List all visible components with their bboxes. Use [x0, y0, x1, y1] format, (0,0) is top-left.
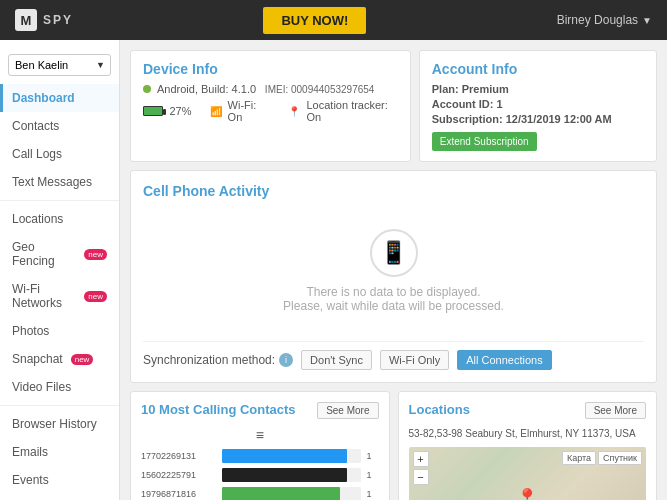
new-badge: new — [71, 354, 94, 365]
header: M SPY BUY NOW! Birney Douglas ▼ — [0, 0, 667, 40]
account-subscription-row: Subscription: 12/31/2019 12:00 AM — [432, 113, 644, 125]
calling-card-header: 10 Most Calling Contacts See More — [141, 402, 379, 419]
sidebar-label: Snapchat — [12, 352, 63, 366]
map-zoom-out-button[interactable]: − — [413, 469, 429, 485]
sidebar-item-wifi-networks[interactable]: Wi-Fi Networks new — [0, 275, 119, 317]
location-address: 53-82,53-98 Seabury St, Elmhurst, NY 113… — [409, 427, 647, 441]
sidebar-item-events[interactable]: Events — [0, 466, 119, 494]
user-menu[interactable]: Birney Douglas ▼ — [557, 13, 652, 27]
buy-now-button[interactable]: BUY NOW! — [263, 7, 366, 34]
sidebar-item-browser-history[interactable]: Browser History — [0, 410, 119, 438]
locations-card: Locations See More 53-82,53-98 Seabury S… — [398, 391, 658, 500]
sidebar-divider — [0, 200, 119, 201]
dont-sync-button[interactable]: Don't Sync — [301, 350, 372, 370]
main-layout: Ben Kaelin ▼ Dashboard Contacts Call Log… — [0, 40, 667, 500]
locations-card-header: Locations See More — [409, 402, 647, 419]
device-info-card: Device Info Android, Build: 4.1.0 IMEI: … — [130, 50, 411, 162]
calling-bar-list: 17702269131 1 15602225791 1 19796871816 … — [141, 449, 379, 500]
new-badge: new — [84, 291, 107, 302]
bottom-cards-row: 10 Most Calling Contacts See More ≡ 1770… — [130, 391, 657, 500]
bar-track — [222, 449, 361, 463]
sidebar-label: Text Messages — [12, 175, 92, 189]
sidebar-item-snapchat[interactable]: Snapchat new — [0, 345, 119, 373]
sidebar-label: Wi-Fi Networks — [12, 282, 76, 310]
sync-row: Synchronization method: i Don't Sync Wi-… — [143, 341, 644, 370]
logo-spy-text: SPY — [43, 13, 73, 27]
extend-subscription-button[interactable]: Extend Subscription — [432, 132, 537, 151]
map-area: 📍 + − Карта Спутник — [409, 447, 647, 500]
account-plan-row: Plan: Premium — [432, 83, 644, 95]
bar-item: 19796871816 1 — [141, 487, 379, 500]
location-tracker-icon: 📍 — [288, 106, 300, 117]
sidebar-label: Video Files — [12, 380, 71, 394]
sidebar-item-photos[interactable]: Photos — [0, 317, 119, 345]
sidebar-item-dashboard[interactable]: Dashboard — [0, 84, 119, 112]
device-os: Android, Build: 4.1.0 — [157, 83, 256, 95]
map-tabs: Карта Спутник — [562, 451, 642, 465]
sidebar-item-contacts[interactable]: Contacts — [0, 112, 119, 140]
bar-item: 17702269131 1 — [141, 449, 379, 463]
calling-contacts-card: 10 Most Calling Contacts See More ≡ 1770… — [130, 391, 390, 500]
sidebar-item-video-files[interactable]: Video Files — [0, 373, 119, 401]
wifi-only-button[interactable]: Wi-Fi Only — [380, 350, 449, 370]
bar-count: 1 — [367, 489, 379, 499]
logo: M SPY — [15, 9, 73, 31]
activity-empty-state: 📱 There is no data to be displayed. Plea… — [143, 209, 644, 333]
account-info-title: Account Info — [432, 61, 644, 77]
device-selector[interactable]: Ben Kaelin ▼ — [8, 54, 111, 76]
phone-empty-icon: 📱 — [370, 229, 418, 277]
account-id-row: Account ID: 1 — [432, 98, 644, 110]
location-status: Location tracker: On — [306, 99, 397, 123]
battery-percent: 27% — [169, 105, 191, 117]
sidebar-label: Contacts — [12, 119, 59, 133]
sync-label: Synchronization method: i — [143, 353, 293, 367]
sidebar-item-block-websites[interactable]: Block Websites — [0, 494, 119, 500]
sidebar-item-call-logs[interactable]: Call Logs — [0, 140, 119, 168]
map-zoom-in-button[interactable]: + — [413, 451, 429, 467]
sidebar-label: Photos — [12, 324, 49, 338]
sidebar-label: Browser History — [12, 417, 97, 431]
activity-empty-text1: There is no data to be displayed. — [306, 285, 480, 299]
bar-count: 1 — [367, 470, 379, 480]
device-dropdown[interactable]: Ben Kaelin — [8, 54, 111, 76]
sidebar-label: Dashboard — [12, 91, 75, 105]
new-badge: new — [84, 249, 107, 260]
map-controls: + − — [413, 451, 429, 485]
bar-item: 15602225791 1 — [141, 468, 379, 482]
device-info-title: Device Info — [143, 61, 398, 77]
top-cards-row: Device Info Android, Build: 4.1.0 IMEI: … — [130, 50, 657, 162]
sidebar-item-locations[interactable]: Locations — [0, 205, 119, 233]
logo-m-icon: M — [15, 9, 37, 31]
bar-label: 17702269131 — [141, 451, 216, 461]
sidebar-label: Geo Fencing — [12, 240, 76, 268]
sidebar-item-emails[interactable]: Emails — [0, 438, 119, 466]
sidebar-item-text-messages[interactable]: Text Messages — [0, 168, 119, 196]
device-status-row: 27% 📶 Wi-Fi: On 📍 Location tracker: On — [143, 99, 398, 123]
locations-title: Locations — [409, 402, 470, 417]
sync-info-icon[interactable]: i — [279, 353, 293, 367]
menu-icon: ≡ — [141, 427, 379, 443]
map-tab-sputnik[interactable]: Спутник — [598, 451, 642, 465]
cell-activity-card: Cell Phone Activity 📱 There is no data t… — [130, 170, 657, 383]
sidebar-label: Emails — [12, 445, 48, 459]
sidebar-label: Events — [12, 473, 49, 487]
all-connections-button[interactable]: All Connections — [457, 350, 551, 370]
bar-fill — [222, 449, 347, 463]
account-info-card: Account Info Plan: Premium Account ID: 1… — [419, 50, 657, 162]
bar-label: 15602225791 — [141, 470, 216, 480]
device-imei: IMEI: 000944053297654 — [262, 84, 374, 95]
wifi-status: Wi-Fi: On — [228, 99, 271, 123]
device-os-row: Android, Build: 4.1.0 IMEI: 000944053297… — [143, 83, 398, 95]
bar-fill — [222, 487, 340, 500]
sidebar-label: Locations — [12, 212, 63, 226]
sidebar-label: Call Logs — [12, 147, 62, 161]
user-menu-arrow-icon: ▼ — [642, 15, 652, 26]
activity-empty-text2: Please, wait while data will be processe… — [283, 299, 504, 313]
calling-see-more-button[interactable]: See More — [317, 402, 378, 419]
map-tab-karta[interactable]: Карта — [562, 451, 596, 465]
android-dot-icon — [143, 85, 151, 93]
calling-contacts-title: 10 Most Calling Contacts — [141, 402, 296, 417]
locations-see-more-button[interactable]: See More — [585, 402, 646, 419]
content-area: Device Info Android, Build: 4.1.0 IMEI: … — [120, 40, 667, 500]
sidebar-item-geo-fencing[interactable]: Geo Fencing new — [0, 233, 119, 275]
